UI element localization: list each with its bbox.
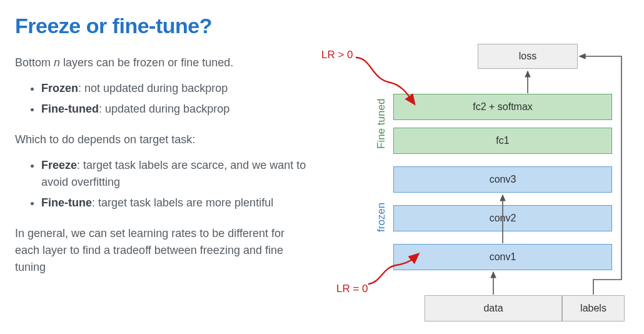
intro-post: layers can be frozen or fine tuned.	[60, 56, 233, 69]
layer-fc1: fc1	[393, 128, 612, 154]
text-finetune: : target task labels are more plentiful	[92, 196, 273, 209]
text-frozen: : not updated during backprop	[78, 82, 228, 94]
layer-conv2: conv2	[393, 205, 612, 231]
closing-text: In general, we can set learning rates to…	[15, 225, 310, 276]
page-title: Freeze or fine-tune?	[15, 14, 310, 38]
layer-conv1: conv1	[393, 244, 612, 270]
sidelabel-frozen: frozen	[375, 195, 388, 239]
bullets-guidance: Freeze: target task labels are scarce, a…	[15, 157, 310, 211]
lr-top-annotation: LR > 0	[321, 49, 353, 61]
label-finetune: Fine-tune	[41, 196, 92, 209]
intro-pre: Bottom	[15, 56, 54, 69]
layer-fc2: fc2 + softmax	[393, 94, 612, 120]
list-item: Fine-tune: target task labels are more p…	[41, 195, 310, 211]
lr-bot-annotation: LR = 0	[336, 283, 368, 295]
list-item: Fine-tuned: updated during backprop	[41, 101, 310, 118]
layer-conv3: conv3	[393, 166, 612, 193]
intro-text: Bottom n layers can be frozen or fine tu…	[15, 54, 310, 71]
text-finetuned: : updated during backprop	[99, 103, 229, 115]
network-diagram: loss fc2 + softmax fc1 conv3 conv2 conv1…	[321, 14, 634, 326]
sidelabel-finetuned: Fine tuned	[375, 94, 388, 154]
label-finetuned: Fine-tuned	[41, 103, 99, 115]
label-freeze: Freeze	[41, 159, 77, 171]
text-freeze: : target task labels are scarce, and we …	[41, 159, 306, 188]
layer-data: data	[425, 295, 562, 321]
list-item: Freeze: target task labels are scarce, a…	[41, 157, 310, 191]
which-text: Which to do depends on target task:	[15, 131, 310, 148]
list-item: Frozen: not updated during backprop	[41, 80, 310, 97]
intro-var: n	[54, 56, 60, 69]
layer-loss: loss	[478, 44, 578, 69]
layer-labels: labels	[562, 295, 625, 321]
label-frozen: Frozen	[41, 82, 78, 94]
bullets-definitions: Frozen: not updated during backprop Fine…	[15, 80, 310, 118]
